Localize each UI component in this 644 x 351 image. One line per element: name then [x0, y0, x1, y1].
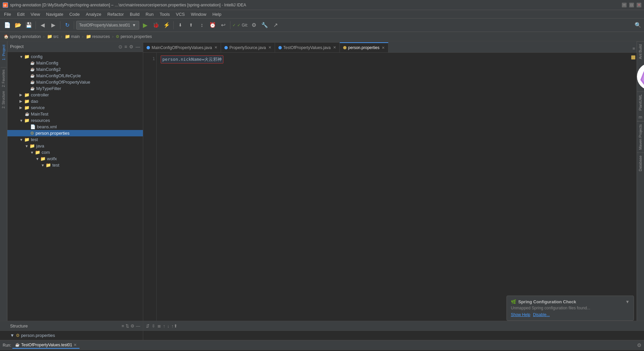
close-tab-icon[interactable]: ✕: [214, 45, 217, 50]
sort-icon2[interactable]: ⇳: [152, 323, 155, 328]
settings-panel-icon[interactable]: ⚙: [129, 44, 133, 49]
menu-build[interactable]: Build: [127, 11, 142, 17]
tab-personproperties[interactable]: person.properties ✕: [340, 42, 388, 52]
back-button[interactable]: ◀: [38, 20, 47, 30]
vcs-button5[interactable]: ↩: [219, 20, 228, 30]
menu-window[interactable]: Window: [188, 11, 209, 17]
expand-controller-icon: ▶: [19, 93, 24, 97]
favorites-tab[interactable]: 2: Favorites: [1, 67, 6, 89]
menu-run[interactable]: Run: [143, 11, 156, 17]
tree-item-personprops[interactable]: ⚙ person.properties: [7, 130, 143, 136]
notification-expand-icon[interactable]: ▼: [625, 299, 630, 304]
breadcrumb-src[interactable]: 📁 src: [46, 34, 60, 39]
tree-item-resources[interactable]: ▼ 📁 resources: [7, 117, 143, 124]
sort-icon5[interactable]: ↓: [167, 323, 170, 328]
menu-navigate[interactable]: Navigate: [43, 11, 66, 17]
tree-item-config[interactable]: ▼ 📁 config: [7, 53, 143, 60]
structure-side-tab[interactable]: 2: Structure: [1, 89, 6, 111]
run-tab-close-icon[interactable]: ✕: [73, 343, 77, 347]
tree-item-propertyvalues[interactable]: ☕ MainConfigOfPropertyValue: [7, 79, 143, 85]
sort-icon3[interactable]: ≣: [157, 323, 161, 328]
run-settings-icon[interactable]: ⚙: [637, 342, 641, 348]
vcs-button1[interactable]: ⬇: [176, 20, 185, 30]
tab-list-icon[interactable]: ≡: [631, 45, 637, 52]
breadcrumb-project[interactable]: 🏠 spring-annotation: [3, 34, 42, 39]
sort-type-icon[interactable]: ⇅: [125, 323, 129, 328]
tree-item-testfolder[interactable]: ▼ 📁 test: [7, 162, 143, 168]
sort-icon1[interactable]: ⇵: [146, 323, 150, 328]
ant-build-tab[interactable]: Ant Build: [637, 41, 644, 62]
plantuml-tab[interactable]: PlantUML: [637, 91, 644, 113]
tree-item-beansxml[interactable]: 📄 beans.xml: [7, 124, 143, 130]
tab-testofpropertyvalues[interactable]: TestOfPropertyValues.java ✕: [275, 42, 340, 52]
sync-button[interactable]: ↻: [62, 20, 72, 30]
sort-alpha-icon[interactable]: ≡: [121, 323, 124, 328]
maven-label-m[interactable]: m: [637, 113, 644, 121]
code-editor[interactable]: person.nickName=火云邪神: [157, 53, 644, 321]
run-config-dropdown[interactable]: TestOfPropertyValues.test01 ▼: [76, 21, 139, 30]
global-search-icon[interactable]: 🔍: [635, 22, 641, 28]
menu-file[interactable]: File: [1, 11, 14, 17]
editor-content[interactable]: 1 person.nickName=火云邪神: [143, 53, 644, 321]
tab-propertysource[interactable]: PropertySource.java ✕: [221, 42, 275, 52]
tree-item-maintest[interactable]: ☕ MainTest: [7, 111, 143, 117]
project-tab[interactable]: 1: Project: [1, 43, 7, 62]
tree-item-typefilter[interactable]: ☕ MyTypeFilter: [7, 85, 143, 92]
close-button[interactable]: ✕: [637, 3, 641, 7]
menu-analyze[interactable]: Analyze: [83, 11, 104, 17]
debug-button[interactable]: 🐞: [151, 20, 161, 30]
tree-item-mainconfig[interactable]: ☕ MainConfig: [7, 60, 143, 66]
disable-link[interactable]: Disable...: [533, 312, 550, 317]
tree-item-java[interactable]: ▼ 📁 java: [7, 143, 143, 149]
vcs-button2[interactable]: ⬆: [186, 20, 196, 30]
save-button[interactable]: 💾: [24, 20, 34, 30]
external-button[interactable]: ↗: [271, 20, 280, 30]
locate-file-icon[interactable]: ⊙: [118, 44, 122, 49]
tree-item-lifecycle[interactable]: ☕ MainConfigOfLifeCycle: [7, 73, 143, 79]
open-button[interactable]: 📂: [13, 20, 23, 30]
tree-item-test[interactable]: ▼ 📁 test: [7, 136, 143, 143]
run-tab-testofpropertyvalues[interactable]: ☕ TestOfPropertyValues.test01 ✕: [12, 342, 79, 349]
structure-close-icon[interactable]: —: [136, 323, 140, 328]
sort-icon6[interactable]: ↑⬆: [171, 323, 177, 328]
minimize-button[interactable]: ─: [622, 3, 627, 7]
tree-item-com[interactable]: ▼ 📁 com: [7, 149, 143, 156]
menu-refactor[interactable]: Refactor: [105, 11, 126, 17]
tree-label-typefilter: MyTypeFilter: [36, 86, 61, 91]
tree-item-service[interactable]: ▶ 📁 service: [7, 104, 143, 111]
settings-button[interactable]: ⚙: [249, 20, 259, 30]
database-tab[interactable]: Database: [637, 152, 644, 174]
run-java-icon: ☕: [15, 343, 20, 347]
coverage-button[interactable]: ⚡: [162, 20, 171, 30]
breadcrumb-main[interactable]: 📁 main: [64, 34, 81, 39]
sort-icon4[interactable]: ↑: [163, 323, 165, 328]
deploy-button[interactable]: 🔧: [260, 20, 269, 30]
maximize-button[interactable]: □: [629, 3, 634, 7]
new-file-button[interactable]: 📄: [3, 20, 12, 30]
menu-tools[interactable]: Tools: [157, 11, 172, 17]
vcs-button3[interactable]: ↕: [197, 20, 207, 30]
collapse-icon[interactable]: ≡: [124, 44, 127, 49]
breadcrumb-resources[interactable]: 📁 resources: [85, 34, 111, 39]
menu-edit[interactable]: Edit: [14, 11, 27, 17]
tree-item-dao[interactable]: ▶ 📁 dao: [7, 98, 143, 104]
tree-item-controller[interactable]: ▶ 📁 controller: [7, 92, 143, 98]
run-button[interactable]: ▶: [141, 20, 150, 30]
menu-view[interactable]: View: [28, 11, 43, 17]
menu-code[interactable]: Code: [67, 11, 83, 17]
menu-help[interactable]: Help: [210, 11, 224, 17]
forward-button[interactable]: ▶: [49, 20, 58, 30]
tab-mainconfigpropertyvalues[interactable]: MainConfigOfPropertyValues.java ✕: [143, 42, 221, 52]
menu-vcs[interactable]: VCS: [173, 11, 187, 17]
close-tab-prop-icon[interactable]: ✕: [382, 46, 385, 50]
tree-item-wolfx[interactable]: ▼ 📁 wolfx: [7, 156, 143, 162]
structure-settings-icon[interactable]: ⚙: [130, 323, 135, 328]
maven-tab[interactable]: Maven Projects: [637, 121, 644, 152]
breadcrumb-file[interactable]: ⚙ person.properties: [115, 34, 153, 39]
show-help-link[interactable]: Show Help: [511, 312, 530, 317]
tree-item-mainconfig2[interactable]: ☕ MainConfig2: [7, 66, 143, 73]
close-panel-icon[interactable]: —: [136, 44, 140, 49]
vcs-button4[interactable]: ⏰: [208, 20, 217, 30]
close-tab-tpv-icon[interactable]: ✕: [333, 45, 336, 50]
close-tab-ps-icon[interactable]: ✕: [268, 45, 271, 50]
